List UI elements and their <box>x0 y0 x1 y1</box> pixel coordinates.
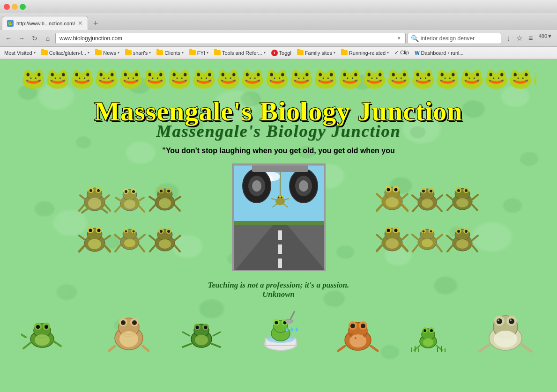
svg-line-192 <box>212 344 220 347</box>
svg-point-216 <box>355 337 356 339</box>
svg-point-244 <box>510 319 512 321</box>
svg-line-116 <box>413 206 418 211</box>
search-bar[interactable]: 🔍 interior design denver <box>408 33 501 44</box>
new-tab-button[interactable]: + <box>89 17 102 30</box>
svg-point-215 <box>363 334 366 337</box>
svg-line-32 <box>150 205 155 211</box>
svg-line-22 <box>139 206 144 212</box>
bookmark-most-visited[interactable]: Most Visited ▾ <box>2 49 38 57</box>
svg-line-149 <box>413 245 418 251</box>
svg-line-162 <box>447 236 453 240</box>
tab-close-button[interactable]: ✕ <box>78 20 83 27</box>
window-controls <box>4 4 26 10</box>
svg-rect-73 <box>233 221 326 225</box>
svg-point-102 <box>386 188 390 191</box>
url-bar[interactable]: www.biologyjunction.com ▼ <box>55 33 406 44</box>
svg-rect-77 <box>278 244 282 254</box>
svg-line-181 <box>109 346 115 351</box>
folder-icon <box>156 50 163 55</box>
svg-point-6 <box>97 189 100 192</box>
bookmark-clip[interactable]: ✓ Clip <box>392 49 411 57</box>
svg-point-53 <box>124 239 135 247</box>
bottom-frog-3 <box>180 313 227 353</box>
svg-line-217 <box>338 346 345 351</box>
svg-line-9 <box>82 208 89 213</box>
maximize-window-button[interactable] <box>20 4 26 10</box>
website-content: 🐸🐸🐸🐸🐸🐸🐸🐸🐸🐸🐸🐸🐸🐸🐸🐸🐸🐸🐸🐸🐸🐸🐸🐸🐸 Massengale's B… <box>0 59 557 392</box>
svg-line-117 <box>437 206 442 211</box>
settings-menu-button[interactable]: ≡ <box>526 33 536 44</box>
left-frog-5 <box>113 219 146 256</box>
svg-line-172 <box>21 334 26 337</box>
url-text: www.biologyjunction.com <box>59 35 122 42</box>
svg-line-171 <box>23 343 30 348</box>
bookmark-star-button[interactable]: ☆ <box>514 33 525 44</box>
svg-point-240 <box>494 331 517 348</box>
svg-point-30 <box>167 190 170 192</box>
svg-line-194 <box>213 332 220 336</box>
bookmark-sharis[interactable]: shari's ▾ <box>123 49 153 57</box>
left-frog-3 <box>149 179 181 216</box>
content-layer: 🐸🐸🐸🐸🐸🐸🐸🐸🐸🐸🐸🐸🐸🐸🐸🐸🐸🐸🐸🐸🐸🐸🐸🐸🐸 Massengale's B… <box>0 59 557 353</box>
svg-rect-85 <box>252 165 308 172</box>
folder-icon <box>297 50 304 55</box>
svg-text:💧💧💧: 💧💧💧 <box>285 327 299 332</box>
folder-icon <box>214 50 221 55</box>
svg-point-212 <box>361 324 365 328</box>
svg-point-124 <box>457 189 460 192</box>
folder-icon <box>95 50 102 55</box>
svg-point-223 <box>423 329 426 332</box>
svg-line-193 <box>183 332 190 336</box>
svg-line-151 <box>412 235 418 239</box>
frog-banner-top: 🐸🐸🐸🐸🐸🐸🐸🐸🐸🐸🐸🐸🐸🐸🐸🐸🐸🐸🐸🐸🐸🐸🐸🐸🐸 <box>0 59 557 93</box>
svg-point-224 <box>430 329 433 332</box>
svg-point-19 <box>132 190 135 193</box>
bookmark-clients[interactable]: Clients ▾ <box>154 49 186 57</box>
active-tab[interactable]: 🐸 http://www.b...nction.com/ ✕ <box>2 16 88 30</box>
left-frog-2 <box>113 179 146 216</box>
svg-text:🐸🐸🐸🐸🐸🐸🐸🐸🐸🐸🐸🐸🐸🐸🐸: 🐸🐸🐸🐸🐸🐸🐸🐸🐸🐸🐸🐸🐸🐸🐸🐸🐸🐸🐸🐸🐸🐸🐸🐸🐸 <box>21 67 536 90</box>
bottom-frog-5 <box>334 311 381 353</box>
svg-point-178 <box>121 320 126 325</box>
svg-point-239 <box>509 318 514 324</box>
address-bar: ← → ↻ ⌂ www.biologyjunction.com ▼ 🔍 inte… <box>0 30 557 47</box>
svg-point-202 <box>275 321 278 325</box>
svg-point-31 <box>159 198 171 208</box>
tab-label: http://www.b...nction.com/ <box>16 21 75 26</box>
back-button[interactable]: ← <box>3 33 14 44</box>
bookmark-tools[interactable]: Tools and Refer... ▾ <box>212 49 268 57</box>
forward-button[interactable]: → <box>16 33 27 44</box>
svg-point-18 <box>125 190 127 193</box>
bookmark-running[interactable]: Running-related ▾ <box>339 49 391 57</box>
svg-line-118 <box>412 195 418 200</box>
bookmark-family-sites[interactable]: Family sites ▾ <box>295 49 338 57</box>
svg-line-182 <box>143 346 149 351</box>
search-engine-icon: 🔍 <box>411 35 419 42</box>
svg-line-127 <box>447 205 453 210</box>
left-frog-4 <box>78 219 111 256</box>
svg-point-168 <box>36 325 40 329</box>
svg-point-146 <box>422 230 424 232</box>
svg-line-66 <box>175 245 180 251</box>
svg-point-189 <box>204 326 207 329</box>
url-dropdown-icon: ▼ <box>397 36 401 41</box>
home-button[interactable]: ⌂ <box>42 33 53 44</box>
refresh-button[interactable]: ↻ <box>29 33 40 44</box>
bookmark-celiac[interactable]: Celiac/gluten-f... ▾ <box>39 49 92 57</box>
bookmark-dashboard[interactable]: W Dashboard ‹ runl... <box>412 49 466 57</box>
svg-point-243 <box>498 319 499 321</box>
svg-line-13 <box>104 195 109 200</box>
download-button[interactable]: ↓ <box>503 33 513 44</box>
minimize-window-button[interactable] <box>12 4 18 10</box>
svg-point-214 <box>350 333 353 336</box>
close-window-button[interactable] <box>4 4 10 10</box>
svg-line-67 <box>149 236 155 240</box>
bookmark-toggl[interactable]: t Toggl <box>269 49 294 57</box>
bookmark-fyi[interactable]: FYI ▾ <box>187 49 211 57</box>
svg-point-64 <box>159 239 171 249</box>
left-frog-6 <box>149 219 181 256</box>
bookmark-news[interactable]: News ▾ <box>93 49 122 57</box>
svg-point-148 <box>422 239 433 247</box>
svg-point-51 <box>125 230 127 232</box>
svg-line-128 <box>472 205 477 210</box>
